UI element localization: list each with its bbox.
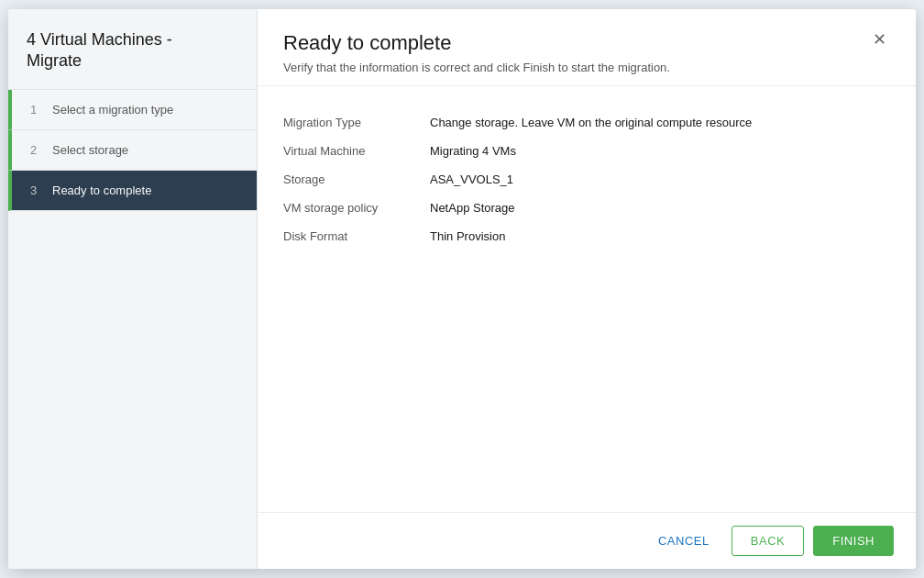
table-value: Migrating 4 VMs [430, 137, 890, 165]
step-label-1: Select a migration type [52, 103, 173, 117]
dialog-footer: CANCEL BACK FINISH [258, 512, 916, 569]
close-button[interactable]: ✕ [869, 31, 890, 48]
migrate-dialog: 4 Virtual Machines -Migrate 1 Select a m… [8, 9, 916, 569]
wizard-steps: 1 Select a migration type 2 Select stora… [8, 90, 257, 211]
dialog-title: 4 Virtual Machines -Migrate [8, 9, 257, 90]
table-label: Disk Format [283, 222, 430, 250]
table-label: Storage [283, 165, 430, 194]
table-row: Migration Type Change storage. Leave VM … [283, 108, 890, 137]
step-label-3: Ready to complete [52, 183, 151, 197]
table-value: Change storage. Leave VM on the original… [430, 108, 890, 137]
step-label-2: Select storage [52, 143, 128, 157]
table-row: Virtual Machine Migrating 4 VMs [283, 137, 890, 165]
back-button[interactable]: BACK [732, 526, 804, 556]
wizard-step-1: 1 Select a migration type [8, 90, 257, 130]
table-label: Virtual Machine [283, 137, 430, 165]
wizard-step-3: 3 Ready to complete [8, 171, 257, 211]
info-table: Migration Type Change storage. Leave VM … [283, 108, 890, 250]
step-number-3: 3 [30, 183, 43, 197]
table-row: Storage ASA_VVOLS_1 [283, 165, 890, 194]
page-title: Ready to complete [283, 31, 670, 55]
table-value: ASA_VVOLS_1 [430, 165, 890, 194]
table-row: Disk Format Thin Provision [283, 222, 890, 250]
wizard-sidebar: 4 Virtual Machines -Migrate 1 Select a m… [8, 9, 258, 569]
finish-button[interactable]: FINISH [813, 526, 894, 556]
table-row: VM storage policy NetApp Storage [283, 194, 890, 222]
table-label: Migration Type [283, 108, 430, 137]
step-number-1: 1 [30, 103, 43, 117]
content-body: Migration Type Change storage. Leave VM … [258, 86, 916, 512]
content-header: Ready to complete Verify that the inform… [258, 9, 916, 86]
table-value: Thin Provision [430, 222, 890, 250]
table-label: VM storage policy [283, 194, 430, 222]
wizard-content: Ready to complete Verify that the inform… [258, 9, 916, 569]
wizard-step-2: 2 Select storage [8, 130, 257, 171]
cancel-button[interactable]: CANCEL [645, 527, 722, 555]
header-left: Ready to complete Verify that the inform… [283, 31, 670, 74]
step-number-2: 2 [30, 143, 43, 157]
table-value: NetApp Storage [430, 194, 890, 222]
page-subtitle: Verify that the information is correct a… [283, 61, 670, 74]
